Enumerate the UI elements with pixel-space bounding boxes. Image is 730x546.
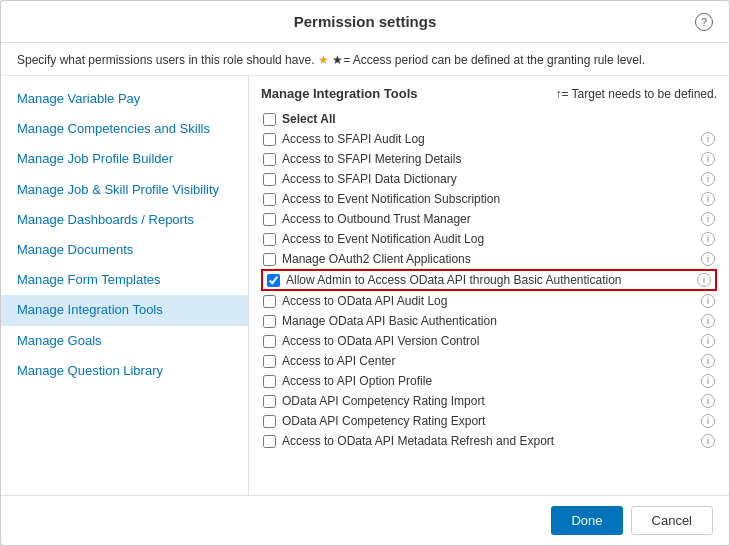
- sidebar-item-manage-question-library[interactable]: Manage Question Library: [1, 356, 248, 386]
- info-icon-outbound-trust[interactable]: i: [701, 212, 715, 226]
- info-icon-sfapi-metering[interactable]: i: [701, 152, 715, 166]
- description-text: Specify what permissions users in this r…: [17, 53, 314, 67]
- label-event-notification-audit: Access to Event Notification Audit Log: [282, 232, 695, 246]
- checkbox-api-center[interactable]: [263, 355, 276, 368]
- list-item-sfapi-metering: Access to SFAPI Metering Detailsi: [261, 149, 717, 169]
- list-item-odata-metadata-refresh: Access to OData API Metadata Refresh and…: [261, 431, 717, 451]
- info-icon-odata-competency-export[interactable]: i: [701, 414, 715, 428]
- info-icon-api-option-profile[interactable]: i: [701, 374, 715, 388]
- dialog-title: Permission settings: [294, 13, 437, 30]
- info-icon-api-center[interactable]: i: [701, 354, 715, 368]
- right-scroll-wrapper: Manage Integration Tools ↑= Target needs…: [249, 76, 729, 495]
- list-item-oauth2-client: Manage OAuth2 Client Applicationsi: [261, 249, 717, 269]
- label-outbound-trust: Access to Outbound Trust Manager: [282, 212, 695, 226]
- target-note: ↑= Target needs to be defined.: [555, 87, 717, 101]
- checkbox-odata-metadata-refresh[interactable]: [263, 435, 276, 448]
- star-note: ★= Access period can be defined at the g…: [332, 53, 645, 67]
- info-icon-event-notification[interactable]: i: [701, 192, 715, 206]
- dialog-body: Specify what permissions users in this r…: [1, 43, 729, 495]
- checkbox-sfapi-metering[interactable]: [263, 153, 276, 166]
- list-item-odata-competency-export: OData API Competency Rating Exporti: [261, 411, 717, 431]
- checkbox-allow-admin-odata[interactable]: [267, 274, 280, 287]
- checkbox-event-notification-audit[interactable]: [263, 233, 276, 246]
- checkbox-sfapi-data-dict[interactable]: [263, 173, 276, 186]
- list-item-event-notification-audit: Access to Event Notification Audit Logi: [261, 229, 717, 249]
- sidebar-item-manage-form-templates[interactable]: Manage Form Templates: [1, 265, 248, 295]
- info-icon-allow-admin-odata[interactable]: i: [697, 273, 711, 287]
- list-item-sfapi-audit-log: Access to SFAPI Audit Logi: [261, 129, 717, 149]
- checkbox-odata-competency-export[interactable]: [263, 415, 276, 428]
- done-button[interactable]: Done: [551, 506, 622, 535]
- sidebar-item-manage-job-skill[interactable]: Manage Job & Skill Profile Visibility: [1, 175, 248, 205]
- checkbox-odata-competency-import[interactable]: [263, 395, 276, 408]
- list-item-odata-basic-auth: Manage OData API Basic Authenticationi: [261, 311, 717, 331]
- list-item-api-center: Access to API Centeri: [261, 351, 717, 371]
- list-item-event-notification: Access to Event Notification Subscriptio…: [261, 189, 717, 209]
- sidebar-item-manage-documents[interactable]: Manage Documents: [1, 235, 248, 265]
- label-api-option-profile: Access to API Option Profile: [282, 374, 695, 388]
- checkbox-api-option-profile[interactable]: [263, 375, 276, 388]
- description-row: Specify what permissions users in this r…: [1, 43, 729, 76]
- list-item-odata-competency-import: OData API Competency Rating Importi: [261, 391, 717, 411]
- sidebar-item-manage-competencies[interactable]: Manage Competencies and Skills: [1, 114, 248, 144]
- right-panel: Manage Integration Tools ↑= Target needs…: [249, 76, 729, 495]
- select-all-checkbox[interactable]: [263, 113, 276, 126]
- checkbox-oauth2-client[interactable]: [263, 253, 276, 266]
- list-item-sfapi-data-dict: Access to SFAPI Data Dictionaryi: [261, 169, 717, 189]
- info-icon-odata-metadata-refresh[interactable]: i: [701, 434, 715, 448]
- select-all-label: Select All: [282, 112, 336, 126]
- sidebar-item-manage-goals[interactable]: Manage Goals: [1, 326, 248, 356]
- select-all-row: Select All: [261, 109, 717, 129]
- info-icon-odata-version-control[interactable]: i: [701, 334, 715, 348]
- info-icon-sfapi-data-dict[interactable]: i: [701, 172, 715, 186]
- checkbox-odata-basic-auth[interactable]: [263, 315, 276, 328]
- checkbox-odata-audit-log[interactable]: [263, 295, 276, 308]
- list-item-odata-audit-log: Access to OData API Audit Logi: [261, 291, 717, 311]
- info-icon-sfapi-audit-log[interactable]: i: [701, 132, 715, 146]
- permission-settings-dialog: Permission settings ? Specify what permi…: [0, 0, 730, 546]
- label-sfapi-data-dict: Access to SFAPI Data Dictionary: [282, 172, 695, 186]
- checkbox-outbound-trust[interactable]: [263, 213, 276, 226]
- label-odata-version-control: Access to OData API Version Control: [282, 334, 695, 348]
- cancel-button[interactable]: Cancel: [631, 506, 713, 535]
- right-panel-title: Manage Integration Tools: [261, 86, 418, 101]
- label-odata-competency-export: OData API Competency Rating Export: [282, 414, 695, 428]
- label-sfapi-metering: Access to SFAPI Metering Details: [282, 152, 695, 166]
- label-odata-basic-auth: Manage OData API Basic Authentication: [282, 314, 695, 328]
- left-panel: Manage Variable PayManage Competencies a…: [1, 76, 249, 495]
- star-icon: ★: [318, 53, 329, 67]
- sidebar-item-manage-dashboards[interactable]: Manage Dashboards / Reports: [1, 205, 248, 235]
- info-icon-odata-basic-auth[interactable]: i: [701, 314, 715, 328]
- checkbox-odata-version-control[interactable]: [263, 335, 276, 348]
- label-api-center: Access to API Center: [282, 354, 695, 368]
- checkbox-sfapi-audit-log[interactable]: [263, 133, 276, 146]
- label-allow-admin-odata: Allow Admin to Access OData API through …: [286, 273, 691, 287]
- help-icon[interactable]: ?: [695, 13, 713, 31]
- label-sfapi-audit-log: Access to SFAPI Audit Log: [282, 132, 695, 146]
- checkbox-list: Access to SFAPI Audit LogiAccess to SFAP…: [261, 129, 717, 451]
- list-item-outbound-trust: Access to Outbound Trust Manageri: [261, 209, 717, 229]
- dialog-footer: Done Cancel: [1, 495, 729, 545]
- dialog-header: Permission settings ?: [1, 1, 729, 43]
- list-item-api-option-profile: Access to API Option Profilei: [261, 371, 717, 391]
- checkbox-event-notification[interactable]: [263, 193, 276, 206]
- sidebar-item-manage-variable-pay[interactable]: Manage Variable Pay: [1, 84, 248, 114]
- right-panel-header: Manage Integration Tools ↑= Target needs…: [261, 86, 717, 101]
- content-area: Manage Variable PayManage Competencies a…: [1, 76, 729, 495]
- info-icon-oauth2-client[interactable]: i: [701, 252, 715, 266]
- info-icon-odata-audit-log[interactable]: i: [701, 294, 715, 308]
- list-item-odata-version-control: Access to OData API Version Controli: [261, 331, 717, 351]
- label-oauth2-client: Manage OAuth2 Client Applications: [282, 252, 695, 266]
- label-odata-audit-log: Access to OData API Audit Log: [282, 294, 695, 308]
- info-icon-event-notification-audit[interactable]: i: [701, 232, 715, 246]
- label-odata-metadata-refresh: Access to OData API Metadata Refresh and…: [282, 434, 695, 448]
- label-odata-competency-import: OData API Competency Rating Import: [282, 394, 695, 408]
- sidebar-item-manage-integration-tools[interactable]: Manage Integration Tools: [1, 295, 248, 325]
- sidebar-item-manage-job-profile[interactable]: Manage Job Profile Builder: [1, 144, 248, 174]
- label-event-notification: Access to Event Notification Subscriptio…: [282, 192, 695, 206]
- info-icon-odata-competency-import[interactable]: i: [701, 394, 715, 408]
- list-item-allow-admin-odata: Allow Admin to Access OData API through …: [261, 269, 717, 291]
